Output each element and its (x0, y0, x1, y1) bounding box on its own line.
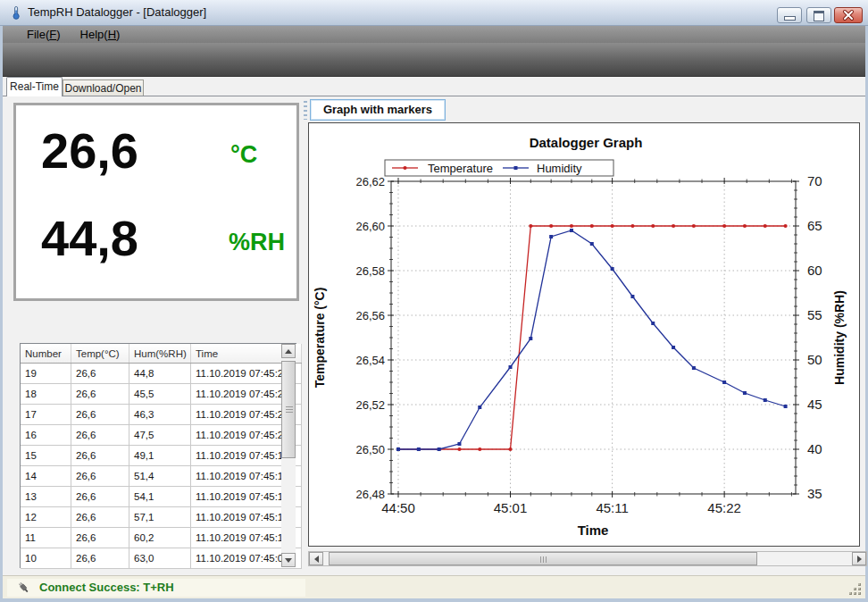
table-row[interactable]: 1626,647,511.10.2019 07:45:22 (21, 425, 302, 446)
x-axis-label: Time (578, 523, 609, 538)
table-cell: 26,6 (71, 548, 129, 569)
left-axis-label: Temperature (°C) (313, 288, 327, 389)
table-cell: 26,6 (71, 425, 129, 446)
table-cell: 63,0 (129, 548, 191, 569)
svg-text:45:11: 45:11 (596, 500, 628, 515)
arrow-right-icon (857, 556, 862, 563)
table-cell: 18 (21, 384, 71, 405)
menu-file[interactable]: File(F) (17, 26, 71, 43)
thermometer-app-icon (9, 5, 23, 20)
menu-bar: File(F)Help(H) (3, 26, 865, 43)
table-cell: 26,6 (71, 446, 129, 466)
table-cell: 26,6 (71, 405, 129, 425)
svg-text:26,58: 26,58 (355, 264, 385, 278)
table-cell: 19 (21, 364, 71, 384)
table-row[interactable]: 1726,646,311.10.2019 07:45:24 (21, 405, 302, 425)
legend-label: Temperature (428, 162, 493, 175)
svg-text:50: 50 (807, 352, 822, 367)
series-temperature (398, 226, 786, 449)
close-button[interactable] (834, 7, 863, 23)
table-row[interactable]: 1326,654,111.10.2019 07:45:15 (21, 487, 302, 507)
svg-text:45:01: 45:01 (494, 500, 528, 515)
status-panel: Connect Success: T+RH (7, 579, 305, 597)
scroll-down-button[interactable] (281, 553, 296, 567)
arrow-down-icon (285, 558, 292, 563)
humidity-value: 44,8 (41, 209, 138, 267)
legend-label: Humidity (537, 162, 582, 175)
log-table-grid: NumberTemp(°C)Hum(%RH)Time 1926,644,811.… (21, 344, 302, 569)
scroll-up-button[interactable] (281, 344, 296, 358)
table-cell: 49,1 (129, 446, 191, 466)
table-row[interactable]: 1526,649,111.10.2019 07:45:19 (21, 446, 302, 466)
log-table-header: NumberTemp(°C)Hum(%RH)Time (21, 344, 302, 364)
svg-text:26,60: 26,60 (355, 220, 385, 233)
table-cell: 12 (21, 507, 71, 528)
column-header[interactable]: Temp(°C) (71, 344, 129, 364)
svg-text:26,54: 26,54 (355, 354, 385, 367)
svg-text:45: 45 (807, 397, 822, 412)
realtime-display-panel: 26,6 °C 44,8 %RH (13, 103, 299, 301)
table-cell: 26,6 (71, 466, 129, 487)
svg-text:44:50: 44:50 (381, 500, 415, 515)
plot-border (391, 181, 796, 494)
minimize-icon (784, 16, 796, 21)
maximize-icon (814, 11, 824, 21)
graph-with-markers-button[interactable]: Graph with markers (310, 99, 446, 121)
svg-text:26,62: 26,62 (355, 175, 385, 188)
svg-text:26,48: 26,48 (355, 488, 385, 501)
table-row[interactable]: 1826,645,511.10.2019 07:45:26 (21, 384, 302, 405)
table-row[interactable]: 1926,644,811.10.2019 07:45:28 (21, 364, 302, 384)
table-row[interactable]: 1026,663,011.10.2019 07:45:09 (21, 548, 302, 569)
arrow-up-icon (285, 349, 292, 354)
graph-toolbar-grip[interactable] (304, 101, 307, 120)
table-vertical-scrollbar[interactable] (281, 344, 296, 567)
scroll-right-button[interactable] (852, 552, 866, 565)
table-row[interactable]: 1426,651,411.10.2019 07:45:17 (21, 466, 302, 487)
svg-text:26,52: 26,52 (355, 398, 385, 412)
tab-realtime[interactable]: Real-Time (6, 77, 63, 96)
table-cell: 60,2 (129, 528, 191, 548)
menu-help[interactable]: Help(H) (71, 26, 130, 43)
table-cell: 51,4 (129, 466, 191, 487)
column-header[interactable]: Hum(%RH) (129, 344, 191, 364)
status-message: Connect Success: T+RH (39, 579, 174, 597)
connector-icon (16, 581, 30, 595)
table-cell: 47,5 (129, 425, 191, 446)
table-row[interactable]: 1226,657,111.10.2019 07:45:13 (21, 507, 302, 528)
status-bar: Connect Success: T+RH (3, 575, 865, 598)
maximize-button[interactable] (806, 7, 831, 23)
table-cell: 11 (21, 528, 71, 548)
temperature-value: 26,6 (41, 121, 138, 180)
table-cell: 16 (21, 425, 71, 446)
svg-text:60: 60 (807, 263, 822, 278)
table-cell: 26,6 (71, 364, 129, 384)
chart-horizontal-scrollbar[interactable] (308, 551, 867, 566)
humidity-unit: %RH (229, 229, 285, 256)
app-window: { "window": { "title": "TempRH Datalogge… (0, 0, 868, 602)
svg-text:35: 35 (807, 486, 822, 501)
table-cell: 26,6 (71, 384, 129, 405)
minimize-button[interactable] (777, 7, 802, 23)
column-header[interactable]: Number (21, 344, 71, 364)
series-humidity (398, 230, 786, 449)
table-cell: 10 (21, 548, 71, 569)
table-cell: 26,6 (71, 507, 129, 528)
table-cell: 15 (21, 446, 71, 466)
table-row[interactable]: 1126,660,211.10.2019 07:45:11 (21, 528, 302, 548)
client-area: Real-TimeDownload/Open 26,6 °C 44,8 %RH … (3, 77, 865, 598)
close-icon (835, 8, 862, 22)
resize-grip[interactable] (849, 583, 862, 596)
log-table: NumberTemp(°C)Hum(%RH)Time 1926,644,811.… (20, 343, 296, 568)
window-title: TempRH Datalogger - [Datalogger] (28, 0, 206, 25)
table-scrollbar-thumb[interactable] (281, 361, 296, 458)
chart-panel: Datalogger Graph26,4826,5026,5226,5426,5… (308, 122, 860, 547)
chart-title: Datalogger Graph (530, 135, 643, 150)
chart-scrollbar-thumb[interactable] (329, 552, 757, 565)
scroll-left-button[interactable] (309, 552, 323, 565)
arrow-left-icon (314, 556, 319, 563)
tab-download-open[interactable]: Download/Open (63, 79, 144, 96)
svg-text:55: 55 (807, 307, 822, 322)
table-cell: 26,6 (71, 487, 129, 507)
svg-text:40: 40 (807, 441, 822, 456)
toolbar: ? (3, 43, 865, 77)
